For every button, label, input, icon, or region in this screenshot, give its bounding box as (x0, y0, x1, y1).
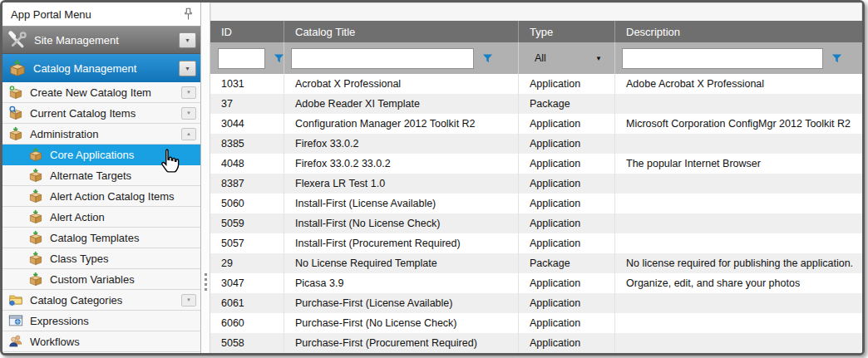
cell-title: Picasa 3.9 (284, 273, 518, 293)
cell-title: Purchase-First (No License Check) (284, 313, 518, 333)
table-row[interactable]: 5059Install-First (No License Check)Appl… (210, 213, 862, 233)
sidebar-item-alternate-targets[interactable]: Alternate Targets (2, 165, 200, 186)
expand-button[interactable]: ▼ (179, 32, 196, 48)
cell-type: Package (518, 94, 614, 114)
table-row[interactable]: 6061Purchase-First (License Available)Ap… (210, 293, 862, 313)
cell-title: Install-First (Procurement Required) (284, 233, 518, 253)
sidebar-item-label: Current Catalog Items (30, 107, 175, 120)
splitter-grip-icon (205, 273, 207, 291)
type-filter-value: All (535, 52, 546, 64)
table-row[interactable]: 1031Acrobat X ProfessionalApplicationAdo… (210, 74, 862, 94)
table-row[interactable]: 6060Purchase-First (No License Check)App… (210, 313, 862, 333)
splitter[interactable] (201, 2, 210, 353)
sidebar-item-catalog-categories[interactable]: Catalog Categories▼ (2, 290, 200, 311)
collapse-button[interactable]: ▲ (181, 128, 196, 140)
sidebar-item-label: Alternate Targets (50, 169, 196, 182)
cell-type: Application (518, 114, 614, 134)
cell-id: 29 (210, 253, 284, 273)
sidebar-item-label: Site Management (34, 34, 172, 47)
sidebar-item-label: Class Types (50, 253, 196, 265)
sidebar-item-catalog-templates[interactable]: Catalog Templates (2, 228, 200, 248)
cell-type: Application (518, 333, 614, 353)
sidebar-item-label: Expressions (30, 315, 196, 327)
sidebar-item-core-applications[interactable]: Core Applications (2, 145, 200, 165)
cell-id: 8385 (210, 134, 284, 154)
cell-type: Application (518, 273, 614, 293)
cell-description (614, 213, 862, 233)
expand-button[interactable]: ▼ (181, 86, 196, 99)
cell-description: Adobe Acrobat X Professional (614, 74, 862, 94)
sidebar-item-label: Catalog Management (33, 62, 172, 75)
column-header-catalog-title[interactable]: Catalog Title (284, 21, 518, 42)
description-filter-input[interactable] (622, 48, 823, 69)
sidebar-item-catalog-management[interactable]: Catalog Management▼ (2, 54, 200, 82)
table-row[interactable]: 5060Install-First (License Available)App… (210, 194, 862, 213)
funnel-icon[interactable] (482, 53, 493, 64)
cell-description (614, 233, 862, 253)
table-row[interactable]: 37Adobe Reader XI TemplatePackage (210, 94, 862, 114)
sidebar-item-administration[interactable]: Administration▲ (2, 124, 200, 145)
cell-id: 3044 (210, 114, 284, 134)
tools-icon (8, 31, 27, 50)
cell-title: Configuration Manager 2012 Toolkit R2 (284, 114, 518, 134)
column-header-id[interactable]: ID (210, 21, 284, 42)
cell-description (614, 194, 862, 213)
expand-button[interactable]: ▼ (181, 294, 196, 307)
sidebar-item-label: Catalog Templates (50, 232, 196, 244)
id-filter-input[interactable] (218, 48, 265, 69)
cell-id: 3047 (210, 273, 284, 293)
sidebar-item-site-management[interactable]: Site Management▼ (2, 27, 200, 54)
cell-title: Flexera LR Test 1.0 (284, 174, 518, 194)
sidebar-item-create-new-catalog-item[interactable]: Create New Catalog Item▼ (2, 82, 200, 103)
sidebar: App Portal Menu Site Management▼Catalog … (2, 2, 201, 353)
sidebar-item-class-types[interactable]: Class Types (2, 248, 200, 269)
sidebar-item-label: Alert Action (50, 211, 196, 223)
cell-title: Firefox 33.0.2 33.0.2 (284, 154, 518, 174)
sidebar-item-expressions[interactable]: Expressions (2, 311, 200, 331)
cell-title: Install-First (License Available) (284, 194, 518, 213)
expand-button[interactable]: ▼ (179, 61, 196, 76)
cell-id: 8387 (210, 174, 284, 194)
sidebar-item-alert-action[interactable]: Alert Action (2, 207, 200, 228)
grid-header-row: ID Catalog Title Type Description (210, 21, 862, 42)
column-header-description[interactable]: Description (614, 21, 862, 42)
cell-title: Install-First (No License Check) (284, 213, 518, 233)
expand-button[interactable]: ▼ (181, 107, 196, 120)
sidebar-item-label: Administration (30, 128, 175, 140)
cell-id: 5059 (210, 213, 284, 233)
app-window: App Portal Menu Site Management▼Catalog … (0, 0, 865, 356)
cell-id: 6061 (210, 293, 284, 313)
funnel-icon[interactable] (831, 53, 842, 64)
package-icon (8, 126, 23, 141)
sidebar-item-custom-variables[interactable]: Custom Variables (2, 269, 200, 290)
table-row[interactable]: 3044Configuration Manager 2012 Toolkit R… (210, 114, 862, 134)
sidebar-item-current-catalog-items[interactable]: Current Catalog Items▼ (2, 103, 200, 124)
sidebar-item-label: Catalog Categories (30, 294, 175, 307)
pin-icon[interactable] (184, 7, 193, 21)
cell-type: Application (518, 293, 614, 313)
table-row[interactable]: 8387Flexera LR Test 1.0Application (210, 174, 862, 194)
table-row[interactable]: 5058Purchase-First (Procurement Required… (210, 333, 862, 353)
sidebar-item-workflows[interactable]: Workflows (2, 331, 200, 352)
cell-title: Purchase-First (Procurement Required) (284, 333, 518, 353)
type-filter-dropdown[interactable]: All ▼ (518, 42, 614, 74)
table-row[interactable]: 5057Install-First (Procurement Required)… (210, 233, 862, 253)
cell-id: 1031 (210, 74, 284, 94)
table-row[interactable]: 29No License Required TemplatePackageNo … (210, 253, 862, 273)
table-row[interactable]: 3047Picasa 3.9ApplicationOrganize, edit,… (210, 273, 862, 293)
sidebar-item-label: Alert Action Catalog Items (50, 190, 196, 203)
package-icon (28, 147, 43, 162)
column-header-type[interactable]: Type (518, 21, 614, 42)
table-row[interactable]: 4048Firefox 33.0.2 33.0.2ApplicationThe … (210, 154, 862, 174)
sidebar-item-alert-action-catalog-items[interactable]: Alert Action Catalog Items (2, 186, 200, 207)
cell-title: Acrobat X Professional (284, 74, 518, 94)
cell-description (614, 174, 862, 194)
table-row[interactable]: 8385Firefox 33.0.2Application (210, 134, 862, 154)
package-add-icon (8, 85, 23, 100)
cell-type: Application (518, 194, 614, 213)
cell-type: Package (518, 253, 614, 273)
title-filter-input[interactable] (291, 48, 474, 69)
package-icon (28, 189, 43, 204)
cell-id: 5057 (210, 233, 284, 253)
sidebar-menu: Site Management▼Catalog Management▼Creat… (2, 27, 200, 353)
